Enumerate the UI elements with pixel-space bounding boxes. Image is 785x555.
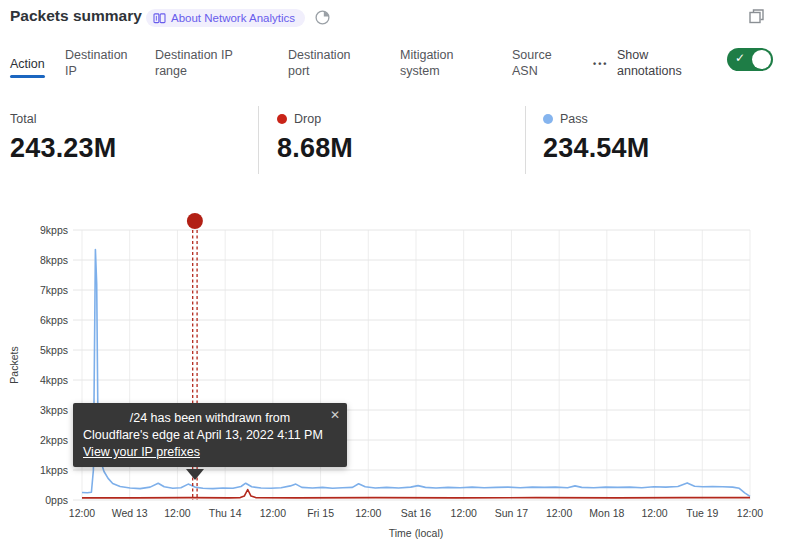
packets-summary-panel: Packets summary About Network Analytics … [0,0,785,555]
tab-label: Mitigation system [400,48,454,78]
stat-drop-label: Drop [294,112,321,126]
x-tick-label: Sun 17 [495,507,528,519]
book-icon [153,13,166,24]
tooltip-caret [186,469,204,480]
stat-pass-value: 234.54M [543,133,649,164]
badge-label: About Network Analytics [171,12,295,24]
y-tick-label: 1kpps [40,464,68,476]
tab-source-asn[interactable]: Source ASN [512,47,560,79]
x-tick-label: Tue 19 [686,507,718,519]
x-tick-label: Fri 15 [307,507,334,519]
x-tick-label: 12:00 [164,507,190,519]
x-tick-label: Wed 13 [112,507,148,519]
about-network-analytics-badge[interactable]: About Network Analytics [146,9,305,27]
check-icon: ✓ [735,51,745,65]
tab-destination-ip-range[interactable]: Destination IP range [155,47,243,79]
x-tick-label: 12:00 [451,507,477,519]
tab-destination-port[interactable]: Destination port [288,47,360,79]
stat-dot-pass [543,114,553,124]
tab-label: Destination IP [65,48,128,78]
pie-clock-icon[interactable] [314,9,331,30]
active-tab-underline [10,75,45,78]
y-tick-label: 5kpps [40,344,68,356]
packets-chart[interactable]: 12:00Wed 1312:00Thu 1412:00Fri 1512:00Sa… [0,0,785,555]
stat-drop: Drop 8.68M [277,112,353,164]
stat-dot-drop [277,114,287,124]
stats-divider [258,106,259,174]
y-tick-label: 3kpps [40,404,68,416]
close-icon[interactable]: ✕ [330,407,340,424]
x-tick-label: 12:00 [641,507,667,519]
tab-label: Action [10,57,45,71]
series-drop-line [82,490,750,498]
y-tick-label: 4kpps [40,374,68,386]
x-tick-label: Sat 16 [401,507,432,519]
tab-label: Source ASN [512,48,552,78]
tab-label: Destination IP range [155,48,233,78]
x-axis-title: Time (local) [389,527,443,539]
y-axis-title: Packets [8,346,20,383]
y-tick-label: 2kpps [40,434,68,446]
toggle-knob [752,50,771,69]
page-title: Packets summary [10,7,142,25]
y-tick-label: 6kpps [40,314,68,326]
stat-total-value: 243.23M [10,133,116,164]
tooltip-line2: Cloudflare's edge at April 13, 2022 4:11… [83,427,337,444]
y-tick-label: 9kpps [40,224,68,236]
x-tick-label: Thu 14 [209,507,242,519]
tab-destination-ip[interactable]: Destination IP [65,47,137,79]
annotations-toggle[interactable]: ✓ [727,48,773,71]
stat-pass-label: Pass [560,112,588,126]
view-ip-prefixes-link[interactable]: View your IP prefixes [83,444,200,461]
tab-label: Destination port [288,48,351,78]
show-annotations-label: Show annotations [617,47,695,79]
x-tick-label: 12:00 [546,507,572,519]
annotation-dot [187,213,203,229]
more-tabs-button[interactable]: ••• [593,59,608,69]
stat-drop-value: 8.68M [277,133,353,164]
annotation-tooltip: ✕ /24 has been withdrawn from Cloudflare… [73,403,347,467]
restore-window-icon[interactable] [748,8,765,29]
tooltip-line1: /24 has been withdrawn from [83,410,337,427]
x-tick-label: 12:00 [69,507,95,519]
stat-total-label: Total [10,112,116,126]
stat-total: Total 243.23M [10,112,116,164]
y-tick-label: 8kpps [40,254,68,266]
y-tick-label: 0pps [45,494,68,506]
stat-pass: Pass 234.54M [543,112,649,164]
x-tick-label: Mon 18 [589,507,624,519]
tab-mitigation-system[interactable]: Mitigation system [400,47,466,79]
stats-divider [525,106,526,174]
y-tick-label: 7kpps [40,284,68,296]
x-tick-label: 12:00 [355,507,381,519]
x-tick-label: 12:00 [260,507,286,519]
x-tick-label: 12:00 [737,507,763,519]
tab-action[interactable]: Action [10,56,45,78]
